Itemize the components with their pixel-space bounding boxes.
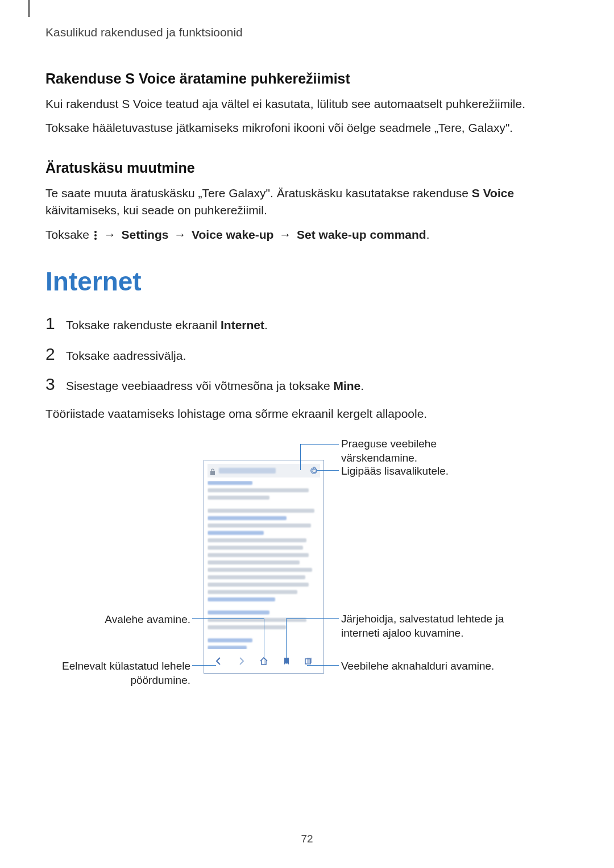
step-1-text: Toksake rakenduste ekraanil Internet.	[66, 314, 268, 334]
browser-figure: Praeguse veebilehe värskendamine. Ligipä…	[45, 439, 569, 712]
leader-home-v	[264, 618, 264, 664]
leader-refresh-h	[300, 444, 339, 445]
svg-rect-4	[307, 658, 312, 663]
callout-back: Eelnevalt külastatud lehele pöördumine.	[45, 659, 190, 687]
callout-refresh: Praeguse veebilehe värskendamine.	[341, 437, 512, 465]
step-1-pre: Toksake rakenduste ekraanil	[66, 318, 221, 331]
svoice-bold-app: S Voice	[472, 186, 514, 200]
svoice-wake-heading: Rakenduse S Voice äratamine puhkerežiimi…	[45, 70, 569, 87]
more-options-zone	[306, 464, 323, 477]
svoice-change-p1c: käivitamiseks, kui seade on puhkerežiimi…	[45, 203, 267, 217]
leader-back	[192, 665, 216, 666]
svg-point-2	[94, 238, 97, 240]
step-1: 1 Toksake rakenduste ekraanil Internet.	[45, 314, 569, 334]
crop-mark	[28, 0, 30, 17]
svoice-change-heading: Äratuskäsu muutmine	[45, 160, 569, 176]
step-3-pre: Sisestage veebiaadress või võtmesõna ja …	[66, 379, 333, 392]
leader-refresh-v	[300, 444, 301, 470]
leader-home-h	[192, 618, 264, 619]
lock-icon	[210, 467, 215, 474]
arrow-2: →	[174, 228, 186, 241]
leader-bookmarks-v	[286, 618, 287, 664]
windows-icon	[304, 657, 313, 666]
step-3-post: .	[360, 379, 364, 392]
leader-bookmarks-h	[286, 618, 339, 619]
svoice-wake-p1: Kui rakendust S Voice teatud aja vältel …	[45, 95, 569, 113]
back-icon	[214, 657, 223, 666]
callout-home: Avalehe avamine.	[68, 613, 190, 627]
running-head: Kasulikud rakendused ja funktsioonid	[45, 26, 569, 39]
svg-point-0	[94, 231, 97, 233]
svoice-wake-p2: Toksake hääletuvastuse jätkamiseks mikro…	[45, 119, 569, 136]
more-options-icon	[94, 230, 97, 240]
step-3-bold: Mine	[333, 379, 360, 392]
address-bar	[208, 464, 320, 477]
page-number: 72	[0, 833, 614, 845]
address-text-blur	[219, 468, 276, 474]
callout-windows: Veebilehe aknahalduri avamine.	[341, 659, 523, 674]
callout-more: Ligipääs lisavalikutele.	[341, 464, 512, 479]
step-2-pre: Toksake aadressivälja.	[66, 349, 186, 362]
svg-point-1	[94, 234, 97, 236]
step-1-num: 1	[45, 314, 66, 333]
callout-bookmarks: Järjehoidja, salvestatud lehtede ja inte…	[341, 612, 534, 640]
menu-voice-wake: Voice wake-up	[192, 228, 273, 241]
arrow-3: →	[279, 228, 291, 241]
period: .	[426, 228, 430, 241]
step-1-bold: Internet	[221, 318, 264, 331]
menu-set-cmd: Set wake-up command	[297, 228, 426, 241]
step-3: 3 Sisestage veebiaadress või võtmesõna j…	[45, 375, 569, 394]
leader-windows	[307, 665, 339, 666]
step-3-text: Sisestage veebiaadress või võtmesõna ja …	[66, 375, 364, 394]
step-2-text: Toksake aadressivälja.	[66, 344, 186, 364]
leader-more	[317, 470, 339, 471]
step-2-num: 2	[45, 344, 66, 363]
step-1-post: .	[264, 318, 268, 331]
tap-prefix: Toksake	[45, 228, 93, 241]
forward-icon	[237, 657, 246, 666]
internet-heading: Internet	[45, 266, 569, 297]
svoice-tap-line: Toksake → Settings → Voice wake-up → Set…	[45, 226, 569, 243]
arrow-1: →	[104, 228, 116, 241]
after-steps-text: Tööriistade vaatamiseks lohistage oma sõ…	[45, 405, 569, 422]
menu-settings: Settings	[122, 228, 169, 241]
svoice-change-p1: Te saate muuta äratuskäsku „Tere Galaxy"…	[45, 185, 569, 219]
step-3-num: 3	[45, 375, 66, 393]
svoice-change-p1a: Te saate muuta äratuskäsku „Tere Galaxy"…	[45, 186, 472, 200]
step-2: 2 Toksake aadressivälja.	[45, 344, 569, 364]
